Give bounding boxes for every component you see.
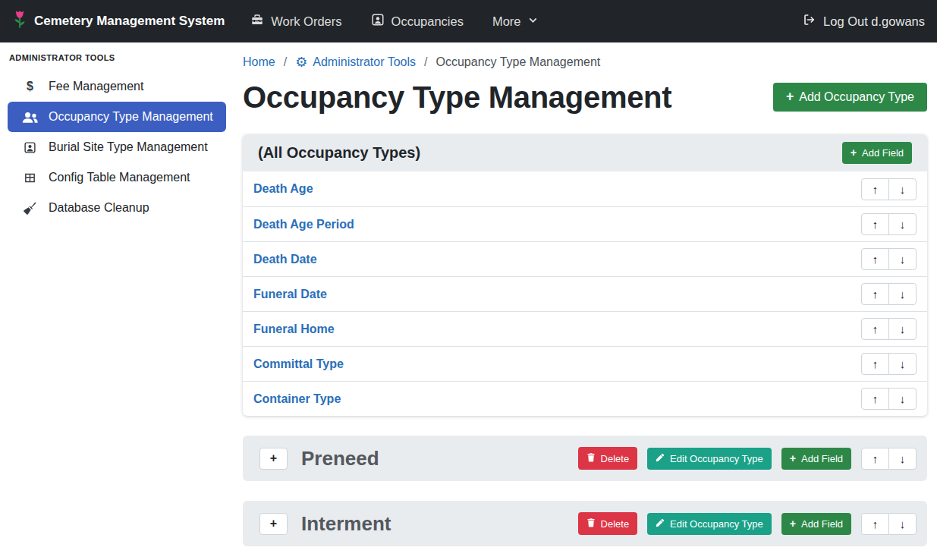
move-up-button[interactable]: ↑ [861, 353, 889, 375]
pencil-icon [656, 453, 665, 464]
move-down-button[interactable]: ↓ [888, 283, 917, 305]
breadcrumb-admin-tools-label: Administrator Tools [313, 55, 416, 69]
reorder-controls: ↑ ↓ [861, 353, 917, 375]
move-down-button[interactable]: ↓ [888, 213, 917, 235]
trash-icon [586, 518, 596, 530]
add-occupancy-type-label: Add Occupancy Type [799, 90, 914, 104]
expand-section-button[interactable]: + [259, 448, 288, 470]
field-row: Funeral Home ↑ ↓ [243, 311, 927, 346]
field-row: Death Age ↑ ↓ [243, 171, 927, 206]
move-up-button[interactable]: ↑ [861, 513, 889, 535]
nav-item-occupancies[interactable]: Occupancies [371, 13, 464, 30]
reorder-controls: ↑ ↓ [861, 388, 917, 410]
field-row: Death Age Period ↑ ↓ [243, 206, 927, 241]
move-down-button[interactable]: ↓ [888, 513, 917, 535]
person-frame-icon [371, 13, 385, 30]
section-title: Preneed [301, 447, 379, 470]
breadcrumb: Home / ⚙ Administrator Tools / Occupancy… [243, 55, 927, 69]
edit-occupancy-type-label: Edit Occupancy Type [670, 518, 763, 530]
field-link[interactable]: Committal Type [253, 357, 344, 371]
add-field-button[interactable]: + Add Field [781, 513, 851, 535]
reorder-controls: ↑ ↓ [861, 513, 917, 535]
field-link[interactable]: Death Date [253, 253, 317, 266]
reorder-controls: ↑ ↓ [861, 213, 917, 235]
reorder-controls: ↑ ↓ [861, 178, 917, 200]
pencil-icon [656, 518, 665, 530]
trash-icon [586, 452, 596, 464]
move-down-button[interactable]: ↓ [888, 448, 917, 470]
expand-section-button[interactable]: + [259, 513, 288, 535]
field-row: Committal Type ↑ ↓ [243, 346, 927, 381]
field-link[interactable]: Container Type [253, 392, 341, 406]
breadcrumb-admin-tools-link[interactable]: ⚙ Administrator Tools [295, 55, 416, 69]
delete-button[interactable]: Delete [578, 512, 638, 535]
move-down-button[interactable]: ↓ [888, 248, 917, 270]
plus-icon: + [786, 90, 794, 104]
section-actions: Delete Edit Occupancy Type + Add Field ↑ [578, 512, 917, 535]
add-field-button[interactable]: + Add Field [781, 448, 851, 470]
sidebar-item-label: Config Table Management [49, 171, 190, 184]
nav-item-label: Occupancies [391, 14, 464, 29]
sidebar: ADMINISTRATOR TOOLS $ Fee Management Occ… [0, 42, 234, 560]
sidebar-item-database-cleanup[interactable]: Database Cleanup [8, 193, 226, 223]
edit-occupancy-type-label: Edit Occupancy Type [670, 453, 763, 464]
field-link[interactable]: Funeral Date [253, 288, 327, 301]
logout-label: Log Out d.gowans [823, 14, 925, 29]
sidebar-item-config-table-management[interactable]: Config Table Management [8, 162, 226, 193]
edit-occupancy-type-button[interactable]: Edit Occupancy Type [647, 513, 772, 535]
move-up-button[interactable]: ↑ [861, 283, 889, 305]
flower-logo-icon [12, 9, 27, 33]
move-up-button[interactable]: ↑ [861, 248, 889, 270]
add-occupancy-type-button[interactable]: + Add Occupancy Type [773, 83, 927, 112]
move-down-button[interactable]: ↓ [888, 353, 917, 375]
move-down-button[interactable]: ↓ [888, 178, 917, 200]
nav-item-work-orders[interactable]: Work Orders [250, 13, 341, 30]
sidebar-item-label: Database Cleanup [49, 201, 149, 215]
chevron-down-icon [528, 14, 538, 29]
logout-button[interactable]: Log Out d.gowans [803, 13, 925, 30]
breadcrumb-home-link[interactable]: Home [243, 55, 275, 69]
nav-item-label: Work Orders [271, 14, 341, 29]
top-navbar: Cemetery Management System Work Orders [0, 0, 937, 42]
gear-icon: ⚙ [295, 55, 307, 69]
move-down-button[interactable]: ↓ [888, 318, 917, 340]
navbar-menu: Work Orders Occupancies More [250, 13, 537, 30]
main-content: Home / ⚙ Administrator Tools / Occupancy… [234, 42, 937, 560]
sidebar-item-label: Burial Site Type Management [49, 140, 208, 154]
move-up-button[interactable]: ↑ [861, 213, 889, 235]
add-field-label: Add Field [862, 147, 904, 159]
add-field-button[interactable]: + Add Field [842, 142, 912, 164]
delete-label: Delete [601, 453, 630, 464]
logout-icon [803, 13, 816, 30]
card-header: (All Occupancy Types) + Add Field [243, 134, 927, 171]
move-up-button[interactable]: ↑ [861, 388, 889, 410]
move-up-button[interactable]: ↑ [861, 178, 889, 200]
plus-icon: + [851, 147, 857, 158]
field-link[interactable]: Death Age Period [253, 218, 354, 231]
move-up-button[interactable]: ↑ [861, 448, 889, 470]
broom-icon [21, 201, 39, 216]
field-list: Death Age ↑ ↓ Death Age Period ↑ ↓ [243, 171, 927, 416]
nav-item-more[interactable]: More [492, 14, 538, 29]
app-title: Cemetery Management System [34, 14, 225, 29]
sidebar-item-burial-site-type-management[interactable]: Burial Site Type Management [8, 132, 226, 162]
field-link[interactable]: Funeral Home [253, 322, 335, 336]
sidebar-item-fee-management[interactable]: $ Fee Management [8, 71, 226, 102]
occupancy-type-section-preneed: + Preneed Delete Edit Occupancy Type [243, 436, 927, 481]
table-icon [21, 171, 39, 184]
move-down-button[interactable]: ↓ [888, 388, 917, 410]
sidebar-item-occupancy-type-management[interactable]: Occupancy Type Management [8, 102, 226, 132]
reorder-controls: ↑ ↓ [861, 448, 917, 470]
breadcrumb-separator: / [424, 55, 427, 69]
page-title: Occupancy Type Management [243, 78, 671, 116]
edit-occupancy-type-button[interactable]: Edit Occupancy Type [647, 448, 772, 470]
occupancy-type-section-interment: + Interment Delete Edit Occupancy Type [243, 501, 927, 546]
add-field-label: Add Field [801, 453, 843, 464]
delete-button[interactable]: Delete [578, 447, 638, 470]
field-link[interactable]: Death Age [253, 182, 313, 196]
sidebar-item-label: Fee Management [49, 80, 143, 93]
section-title: Interment [301, 512, 391, 536]
nav-item-label: More [492, 14, 521, 29]
brand-link[interactable]: Cemetery Management System [12, 9, 225, 33]
move-up-button[interactable]: ↑ [861, 318, 889, 340]
